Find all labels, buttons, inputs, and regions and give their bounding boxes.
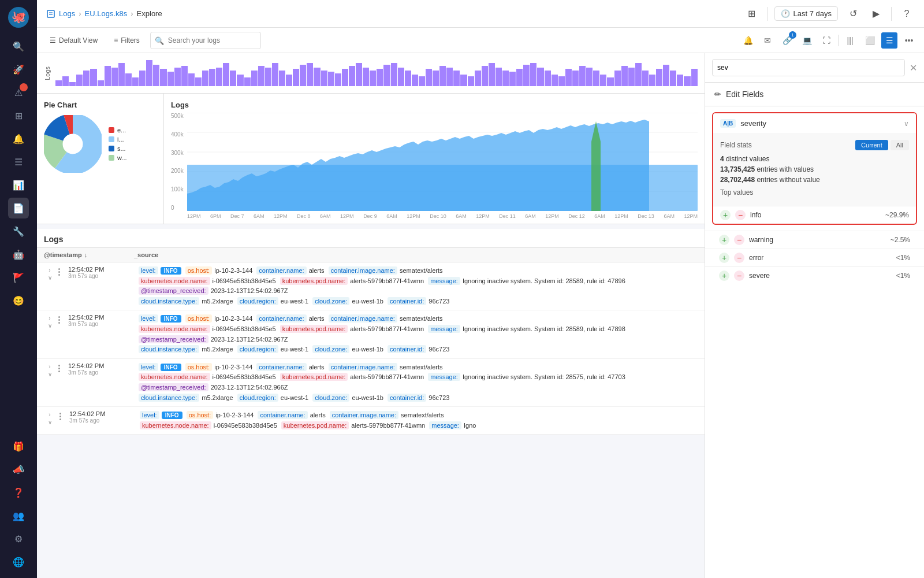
field-stats-bar: Field stats Current All 4 distinct value…	[713, 134, 916, 206]
filters-btn[interactable]: ≡ Filters	[108, 34, 146, 47]
chart-area: 500k 400k 300k 200k 100k 0	[171, 113, 698, 217]
more-btn-3[interactable]	[55, 362, 64, 403]
help-btn[interactable]: ?	[899, 6, 915, 22]
y-axis: 500k 400k 300k 200k 100k 0	[171, 113, 187, 211]
time-range-label: Last 7 days	[793, 9, 832, 18]
sidebar-item-megaphone[interactable]: 📣	[8, 459, 29, 480]
top-value-label-warning: warning	[749, 236, 886, 244]
current-btn[interactable]: Current	[855, 140, 888, 150]
sidebar-item-notifications[interactable]: 🔔	[8, 128, 29, 149]
expand-btn-4[interactable]: › ∨	[44, 410, 55, 431]
severity-field-card: A|B severity ∨ Field stats Current All 4…	[712, 112, 917, 225]
sidebar-item-chart[interactable]: 📊	[8, 175, 29, 195]
top-value-label-info: info	[750, 211, 881, 219]
all-btn[interactable]: All	[891, 140, 909, 150]
top-value-row-info: + − info ~29.9%	[713, 206, 916, 224]
pencil-icon: ✏	[714, 90, 721, 99]
sidebar-item-people[interactable]: 👥	[8, 505, 29, 526]
topbar: Logs › EU.Logs.k8s › Explore ⊞ 🕐 Last 7 …	[37, 0, 924, 28]
col-timestamp-header[interactable]: @timestamp ↓	[44, 251, 125, 258]
link-icon-btn[interactable]: 🔗 1	[779, 32, 795, 49]
remove-severe-btn[interactable]: −	[734, 271, 744, 281]
sidebar-item-gift[interactable]: 🎁	[8, 436, 29, 457]
expand-btn-1[interactable]: › ∨	[44, 266, 55, 306]
remove-warning-btn[interactable]: −	[734, 235, 744, 245]
logs-section: Logs @timestamp ↓ _source › ∨	[37, 229, 705, 435]
log-timestamp-1: 12:54:02 PM	[68, 266, 134, 273]
remove-error-btn[interactable]: −	[734, 253, 744, 263]
sidebar-item-search[interactable]: 🔍	[8, 36, 29, 57]
sidebar-item-rocket[interactable]: 🚀	[8, 59, 29, 80]
field-card-header[interactable]: A|B severity ∨	[713, 113, 916, 134]
remove-info-btn[interactable]: −	[735, 210, 746, 220]
pie-legend: e... i... s...	[109, 127, 127, 161]
top-value-pct-severe: <1%	[896, 272, 910, 280]
refresh-btn[interactable]: ↺	[845, 6, 861, 22]
entries-without-values: 28,702,448 entries without value	[720, 176, 909, 184]
play-btn[interactable]: ▶	[868, 6, 884, 22]
pie-area: e... i... s...	[44, 115, 157, 173]
field-stats-btns: Current All	[855, 140, 909, 150]
legend-item-warning: w...	[109, 154, 127, 161]
expand-icon-btn[interactable]: ⛶	[818, 32, 834, 49]
breadcrumb-logs[interactable]: Logs	[59, 9, 75, 18]
log-details-4: level: INFO os.host: ip-10-2-3-144 conta…	[140, 410, 478, 431]
line-chart-svg	[187, 113, 698, 211]
default-view-btn[interactable]: ☰ Default View	[44, 34, 103, 47]
logs-table-header: @timestamp ↓ _source	[37, 247, 705, 262]
sidebar-item-list[interactable]: ☰	[8, 151, 29, 172]
legend-item-severe: s...	[109, 145, 127, 152]
breadcrumb: Logs › EU.Logs.k8s › Explore	[46, 9, 162, 18]
log-details-3: level: INFO os.host: ip-10-2-3-144 conta…	[139, 362, 698, 403]
pie-chart-svg	[44, 115, 102, 173]
add-error-btn[interactable]: +	[719, 253, 729, 263]
log-ago-4: 3m 57s ago	[69, 417, 135, 424]
breadcrumb-explore: Explore	[137, 9, 162, 18]
add-warning-btn[interactable]: +	[719, 235, 729, 245]
sidebar-item-help[interactable]: ❓	[8, 482, 29, 503]
more-options-btn[interactable]: •••	[901, 32, 917, 49]
more-btn-2[interactable]	[55, 314, 64, 354]
sidebar-item-smiley[interactable]: 😊	[8, 290, 29, 311]
add-info-btn[interactable]: +	[720, 210, 731, 220]
sidebar-item-settings[interactable]: ⚙	[8, 528, 29, 549]
logs-section-title: Logs	[37, 229, 705, 247]
sidebar-item-alert[interactable]: ⚠	[8, 82, 29, 103]
split-view-btn[interactable]: ⬜	[862, 32, 878, 49]
histogram-label: Logs	[44, 66, 51, 80]
field-stats-row: Field stats Current All	[720, 140, 909, 150]
toolbar: ☰ Default View ≡ Filters 🔍 🔔 ✉ 🔗 1 💻 ⛶ |…	[37, 28, 924, 53]
sidebar-item-robot[interactable]: 🤖	[8, 244, 29, 265]
search-icon: 🔍	[155, 36, 164, 45]
more-btn-4[interactable]	[55, 410, 65, 431]
bar-chart-icon-btn[interactable]: |||	[842, 32, 858, 49]
app-logo[interactable]: 🐙	[7, 6, 30, 29]
right-search-input[interactable]	[712, 59, 905, 76]
log-details-2: level: INFO os.host: ip-10-2-3-144 conta…	[139, 314, 698, 354]
breadcrumb-eu-logs[interactable]: EU.Logs.k8s	[85, 9, 128, 18]
sidebar-item-flag[interactable]: 🚩	[8, 267, 29, 288]
svg-rect-2	[47, 10, 54, 17]
list-view-btn[interactable]: ☰	[881, 32, 897, 49]
top-value-label-severe: severe	[749, 272, 892, 280]
sidebar-item-logs[interactable]: 📄	[8, 198, 29, 218]
right-panel-search: ✕	[705, 53, 924, 83]
add-severe-btn[interactable]: +	[719, 271, 729, 281]
sidebar-item-globe[interactable]: 🌐	[8, 551, 29, 572]
more-btn-1[interactable]	[55, 266, 64, 306]
time-range-selector[interactable]: 🕐 Last 7 days	[774, 6, 839, 21]
monitor-icon-btn[interactable]: 💻	[799, 32, 815, 49]
apps-grid-btn[interactable]: ⊞	[744, 6, 760, 22]
svg-point-9	[63, 134, 83, 154]
sidebar-item-puzzle[interactable]: 🔧	[8, 221, 29, 242]
expand-btn-3[interactable]: › ∨	[44, 362, 55, 403]
bell-icon-btn[interactable]: 🔔	[740, 32, 756, 49]
mail-icon-btn[interactable]: ✉	[759, 32, 776, 49]
top-value-row-warning: + − warning ~2.5%	[705, 231, 924, 249]
search-input[interactable]	[150, 32, 261, 49]
charts-row: Pie Chart	[37, 94, 705, 224]
expand-btn-2[interactable]: › ∨	[44, 314, 55, 354]
sidebar-item-grid[interactable]: ⊞	[8, 105, 29, 126]
field-stats-label: Field stats	[720, 141, 752, 149]
right-panel-close-btn[interactable]: ✕	[910, 62, 917, 73]
